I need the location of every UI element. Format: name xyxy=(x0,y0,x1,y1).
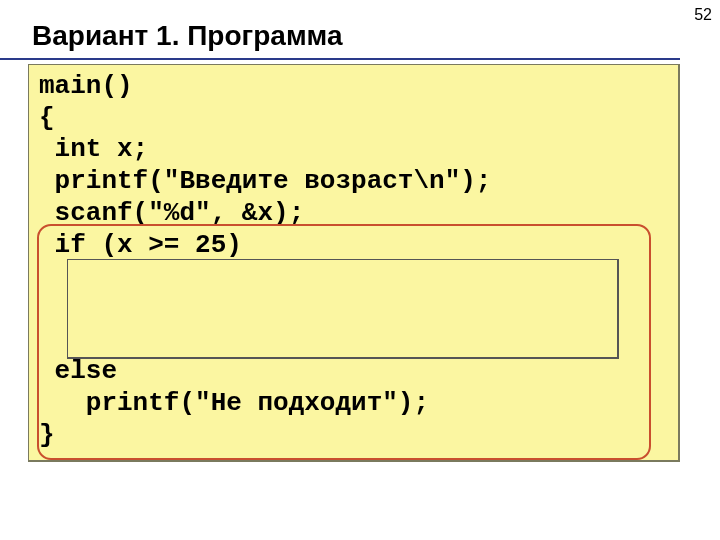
code-line: scanf("%d", &x); xyxy=(39,198,668,230)
code-panel: main() { int x; printf("Введите возраст\… xyxy=(28,64,680,462)
code-line: printf("Введите возраст\n"); xyxy=(39,166,668,198)
slide-heading: Вариант 1. Программа xyxy=(0,0,680,60)
code-line: if (x <= 40) xyxy=(39,261,668,293)
code-line: main() xyxy=(39,71,668,103)
code-line: else printf("Не подходит"); xyxy=(39,325,668,357)
code-line: printf("Подходит"); xyxy=(39,293,668,325)
code-line: printf("Не подходит"); xyxy=(39,388,668,420)
code-line: else xyxy=(39,356,668,388)
code-line: { xyxy=(39,103,668,135)
code-block: main() { int x; printf("Введите возраст\… xyxy=(39,71,668,452)
code-line: if (x >= 25) xyxy=(39,230,668,262)
code-line: int x; xyxy=(39,134,668,166)
page-number: 52 xyxy=(694,6,712,24)
code-line: } xyxy=(39,420,668,452)
